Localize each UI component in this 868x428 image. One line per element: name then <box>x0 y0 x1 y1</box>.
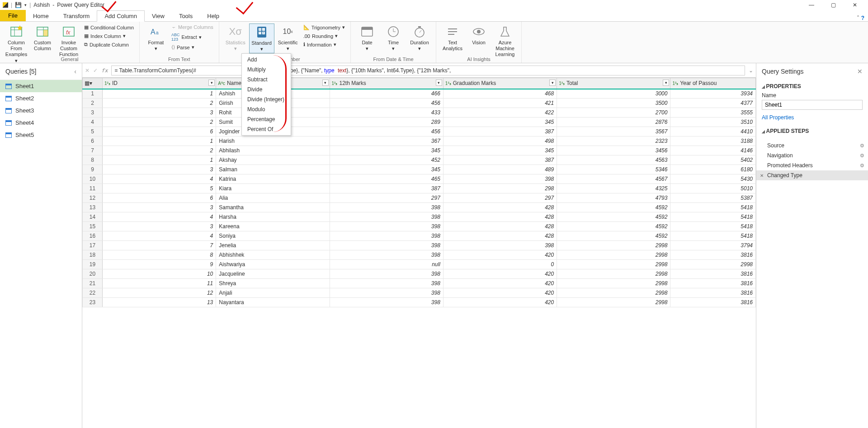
minimize-button[interactable]: — <box>801 0 822 10</box>
fx-icon[interactable]: fx <box>101 67 108 74</box>
filter-dropdown-icon[interactable]: ▾ <box>208 80 215 86</box>
table-row[interactable]: 188Abhishhek39842029983816 <box>83 250 756 260</box>
cell-total[interactable]: 4567 <box>557 174 670 184</box>
table-row[interactable]: 11Ashish46646830003934 <box>83 89 756 99</box>
table-row[interactable]: 115Kiara38729843255010 <box>83 184 756 193</box>
cell-12th[interactable]: 398 <box>330 279 443 288</box>
extract-button[interactable]: ABC123 Extract ▾ <box>170 32 215 42</box>
cell-name[interactable]: Katrina <box>216 174 330 184</box>
conditional-column-button[interactable]: ▦ Conditional Column <box>82 24 136 31</box>
custom-column-button[interactable]: Custom Column <box>30 24 55 52</box>
commit-formula-icon[interactable]: ✓ <box>93 67 98 74</box>
table-row[interactable]: 177Jenelia39839829983794 <box>83 241 756 250</box>
cell-total[interactable]: 3500 <box>557 99 670 108</box>
cell-12th[interactable]: 465 <box>330 174 443 184</box>
cell-id[interactable]: 1 <box>102 89 216 99</box>
cell-12th[interactable]: 398 <box>330 288 443 298</box>
cell-name[interactable]: Harsha <box>216 212 330 222</box>
duration-button[interactable]: Duration ▾ <box>407 24 432 52</box>
cell-12th[interactable]: 433 <box>330 108 443 118</box>
cell-grad[interactable]: 428 <box>443 222 557 231</box>
cell-id[interactable]: 6 <box>102 127 216 136</box>
maximize-button[interactable]: ▢ <box>823 0 844 10</box>
table-row[interactable]: 81Akshay45238745635402 <box>83 155 756 165</box>
cell-total2[interactable]: 4410 <box>670 127 756 136</box>
cell-name[interactable]: Kiara <box>216 184 330 193</box>
cell-12th[interactable]: 456 <box>330 127 443 136</box>
cell-total2[interactable]: 5387 <box>670 193 756 203</box>
table-row[interactable]: 72Abhilash34534534564146 <box>83 146 756 155</box>
cell-name[interactable]: Shreya <box>216 279 330 288</box>
cell-name[interactable]: Soniya <box>216 231 330 241</box>
cell-12th[interactable]: 367 <box>330 136 443 146</box>
cell-id[interactable]: 8 <box>102 250 216 260</box>
filter-dropdown-icon[interactable]: ▾ <box>322 80 329 86</box>
cell-id[interactable]: 1 <box>102 136 216 146</box>
applied-step[interactable]: Source⚙ <box>756 141 868 151</box>
cell-grad[interactable]: 420 <box>443 269 557 279</box>
cell-12th[interactable]: 297 <box>330 193 443 203</box>
cell-12th[interactable]: 345 <box>330 165 443 174</box>
menu-divide[interactable]: Divide <box>242 85 291 94</box>
cell-id[interactable]: 1 <box>102 155 216 165</box>
delete-step-icon[interactable]: ✕ <box>760 173 764 178</box>
tab-add-column[interactable]: Add Column <box>97 10 145 22</box>
index-column-button[interactable]: ▦ Index Column ▾ <box>82 32 136 40</box>
cell-grad[interactable]: 489 <box>443 165 557 174</box>
cell-grad[interactable]: 420 <box>443 279 557 288</box>
help-icon[interactable]: ? <box>861 15 864 21</box>
cell-id[interactable]: 4 <box>102 231 216 241</box>
cell-grad[interactable]: 420 <box>443 250 557 260</box>
cell-grad[interactable]: 398 <box>443 241 557 250</box>
cell-name[interactable]: Anjali <box>216 288 330 298</box>
query-name-input[interactable] <box>762 100 863 110</box>
query-item[interactable]: Sheet4 <box>0 117 82 129</box>
cell-total[interactable]: 2998 <box>557 241 670 250</box>
cell-id[interactable]: 7 <box>102 241 216 250</box>
cancel-formula-icon[interactable]: ✕ <box>85 67 90 74</box>
table-row[interactable]: 2111Shreya39842029983816 <box>83 279 756 288</box>
column-header-year[interactable]: 1²₃Year of Passou <box>670 78 756 89</box>
cell-grad[interactable]: 297 <box>443 193 557 203</box>
data-grid[interactable]: ▦▾ 1²₃ID▾ AᴮcName▾ 1²₃12th Marks▾ 1²₃Gra… <box>82 78 756 307</box>
cell-total2[interactable]: 3794 <box>670 241 756 250</box>
cell-12th[interactable]: 398 <box>330 298 443 307</box>
cell-total2[interactable]: 3510 <box>670 118 756 127</box>
cell-id[interactable]: 2 <box>102 146 216 155</box>
cell-total[interactable]: 4592 <box>557 231 670 241</box>
cell-id[interactable]: 4 <box>102 212 216 222</box>
tab-file[interactable]: File <box>0 10 26 21</box>
query-item[interactable]: Sheet5 <box>0 129 82 141</box>
cell-total[interactable]: 4592 <box>557 203 670 212</box>
cell-12th[interactable]: 398 <box>330 212 443 222</box>
cell-total[interactable]: 2998 <box>557 288 670 298</box>
cell-name[interactable]: Kareena <box>216 222 330 231</box>
select-all-corner[interactable]: ▦▾ <box>83 78 103 89</box>
cell-id[interactable]: 2 <box>102 99 216 108</box>
cell-total2[interactable]: 3934 <box>670 89 756 99</box>
cell-total2[interactable]: 3816 <box>670 279 756 288</box>
cell-id[interactable]: 11 <box>102 279 216 288</box>
table-row[interactable]: 33Rohit43342227003555 <box>83 108 756 118</box>
cell-name[interactable]: Akshay <box>216 155 330 165</box>
table-row[interactable]: 2212Anjali39842029983816 <box>83 288 756 298</box>
date-button[interactable]: Date ▾ <box>354 24 380 52</box>
cell-name[interactable]: Abhishhek <box>216 250 330 260</box>
close-settings-icon[interactable]: ✕ <box>857 68 863 75</box>
menu-percent-of[interactable]: Percent Of <box>242 124 291 134</box>
cell-name[interactable]: Alia <box>216 193 330 203</box>
cell-id[interactable]: 10 <box>102 269 216 279</box>
menu-divide-integer[interactable]: Divide (Integer) <box>242 94 291 104</box>
cell-12th[interactable]: 398 <box>330 203 443 212</box>
query-item[interactable]: Sheet2 <box>0 92 82 104</box>
cell-grad[interactable]: 420 <box>443 288 557 298</box>
cell-12th[interactable]: 345 <box>330 146 443 155</box>
collapse-queries-icon[interactable]: ‹ <box>74 68 76 75</box>
cell-total2[interactable]: 3816 <box>670 250 756 260</box>
tab-tools[interactable]: Tools <box>172 11 200 21</box>
cell-total2[interactable]: 2998 <box>670 260 756 269</box>
cell-grad[interactable]: 387 <box>443 127 557 136</box>
cell-id[interactable]: 13 <box>102 298 216 307</box>
cell-total[interactable]: 2323 <box>557 136 670 146</box>
cell-total2[interactable]: 4146 <box>670 146 756 155</box>
